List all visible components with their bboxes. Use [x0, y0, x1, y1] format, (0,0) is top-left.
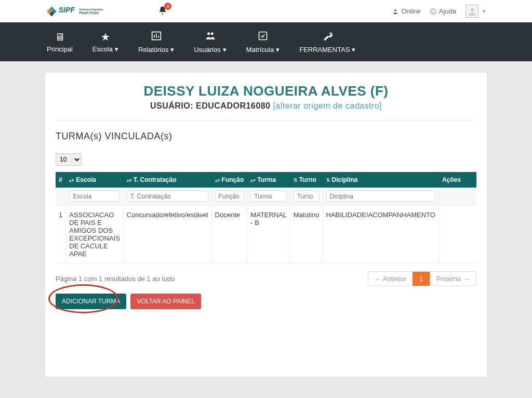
help-link[interactable]: i Ajuda [430, 7, 456, 15]
caret-down-icon: ▾ [352, 46, 355, 54]
filter-escola[interactable] [69, 191, 120, 202]
svg-point-10 [470, 8, 474, 12]
svg-text:Paulo Freire: Paulo Freire [79, 10, 99, 14]
pager-next[interactable]: Próximo → [430, 272, 476, 286]
cell-diciplina: HABILIDADE/ACOMPANHAMENTO [323, 206, 438, 263]
online-link[interactable]: Online [392, 7, 421, 15]
logo-area: SIPF Sistemas Integrados Paulo Freire 4 [47, 4, 167, 19]
nav-escola[interactable]: ★ Escola▾ [92, 31, 118, 53]
svg-point-15 [207, 32, 210, 35]
cell-contratacao: Concursado/efetivo/estável [123, 206, 211, 263]
sort-icon: ▴▾ [215, 178, 220, 183]
nav-escola-label: Escola [92, 45, 113, 53]
svg-text:SIPF: SIPF [59, 6, 75, 14]
avatar-icon [468, 7, 476, 16]
notifications-count: 4 [164, 3, 171, 10]
cell-turno: Matutino [290, 206, 323, 263]
caret-down-icon: ▾ [276, 46, 280, 54]
filter-diciplina[interactable] [326, 191, 435, 202]
sort-icon: ▴▾ [250, 178, 256, 183]
filter-turma[interactable] [250, 191, 286, 202]
page-title: DEISSY LUIZA NOGUEIRA ALVES (F) [56, 83, 476, 99]
caret-down-icon: ▾ [223, 46, 227, 54]
pager-page-1[interactable]: 1 [413, 272, 429, 286]
notifications-bell[interactable]: 4 [158, 6, 167, 17]
check-icon [246, 31, 280, 44]
cell-idx: 1 [56, 206, 66, 263]
main-panel: DEISSY LUIZA NOGUEIRA ALVES (F) USUÁRIO:… [45, 73, 487, 377]
desktop-icon: 🖥 [47, 31, 73, 43]
nav-relatorios[interactable]: Relatórios▾ [138, 31, 175, 54]
nav-ferramentas[interactable]: FERRAMENTAS▾ [299, 31, 355, 54]
top-right: Online i Ajuda ▾ [392, 5, 485, 18]
svg-point-16 [210, 32, 213, 35]
cell-escola: ASSOCIACAO DE PAIS E AMIGOS DOS EXCEPCIO… [66, 206, 124, 263]
footer: Usuário ativo ID: 16080 Tempo de carrega… [0, 388, 532, 398]
caret-down-icon: ▾ [170, 46, 174, 54]
col-turma[interactable]: ▴▾Turma [247, 172, 290, 188]
user-icon [392, 8, 398, 15]
table-footer: Página 1 com 1 resultados de 1 ao todo ←… [56, 271, 476, 286]
top-bar: SIPF Sistemas Integrados Paulo Freire 4 … [0, 0, 532, 22]
turmas-table: # ▴▾Escola ▴▾T. Contratação ▴▾Função ▴▾T… [56, 172, 476, 263]
sort-icon: ▴▾ [127, 178, 132, 183]
svg-rect-17 [259, 32, 267, 39]
alter-origin-link[interactable]: [alterar origem de cadastro] [273, 101, 382, 110]
nav-matricula[interactable]: Matrícula▾ [246, 31, 280, 54]
nav-relatorios-label: Relatórios [138, 46, 169, 54]
caret-down-icon: ▾ [483, 8, 485, 14]
svg-point-7 [394, 9, 396, 11]
avatar [466, 5, 478, 18]
col-acoes: Ações [438, 172, 476, 188]
star-icon: ★ [92, 31, 118, 43]
cell-funcao: Docente [211, 206, 247, 263]
wrench-icon [299, 31, 355, 44]
info-icon: i [430, 8, 436, 15]
col-turno[interactable]: ⇅Turno [290, 172, 323, 188]
back-panel-button[interactable]: VOLTAR AO PAINEL [130, 294, 201, 309]
col-escola[interactable]: ▴▾Escola [66, 172, 124, 188]
chart-icon [138, 31, 175, 44]
col-contratacao[interactable]: ▴▾T. Contratação [123, 172, 211, 188]
section-title: TURMA(s) VINCULADA(s) [56, 131, 476, 142]
sort-icon: ⇅ [294, 178, 298, 183]
pager-info: Página 1 com 1 resultados de 1 ao todo [56, 275, 175, 283]
sort-icon: ▴▾ [69, 178, 74, 183]
nav-principal[interactable]: 🖥 Principal [47, 31, 73, 53]
page-subtitle: USUÁRIO: EDUCADOR16080 [alterar origem d… [56, 101, 476, 111]
help-label: Ajuda [439, 7, 456, 15]
filter-funcao[interactable] [215, 191, 244, 202]
cell-acoes [438, 206, 476, 263]
add-turma-button[interactable]: ADICIONAR TURMA [56, 294, 126, 309]
action-buttons: ADICIONAR TURMA VOLTAR AO PAINEL [56, 294, 476, 309]
col-funcao[interactable]: ▴▾Função [211, 172, 247, 188]
main-nav: 🖥 Principal ★ Escola▾ Relatórios▾ Usuári… [0, 22, 532, 61]
nav-usuarios-label: Usuários [194, 46, 220, 54]
svg-text:i: i [433, 9, 434, 13]
filter-row [56, 188, 476, 206]
filter-turno[interactable] [294, 191, 320, 202]
pager: ← Anterior 1 Próximo → [368, 271, 476, 286]
pager-prev[interactable]: ← Anterior [368, 272, 413, 286]
nav-ferramentas-label: FERRAMENTAS [299, 46, 350, 54]
sort-icon: ⇅ [326, 178, 330, 183]
caret-down-icon: ▾ [115, 45, 118, 53]
cell-turma: MATERNAL - B [247, 206, 290, 263]
col-diciplina[interactable]: ⇅Diciplina [323, 172, 438, 188]
divider [56, 120, 476, 121]
nav-matricula-label: Matrícula [246, 46, 274, 54]
avatar-menu[interactable]: ▾ [466, 5, 485, 18]
nav-usuarios[interactable]: Usuários▾ [194, 31, 226, 54]
table-row: 1 ASSOCIACAO DE PAIS E AMIGOS DOS EXCEPC… [56, 206, 476, 263]
page-size-select[interactable]: 10 [56, 153, 82, 166]
brand-logo: SIPF Sistemas Integrados Paulo Freire [47, 4, 135, 19]
col-idx[interactable]: # [56, 172, 66, 188]
online-label: Online [401, 7, 421, 15]
users-icon [194, 31, 226, 44]
filter-contratacao[interactable] [127, 191, 208, 202]
user-label: USUÁRIO: EDUCADOR16080 [150, 101, 273, 110]
nav-principal-label: Principal [47, 45, 73, 53]
